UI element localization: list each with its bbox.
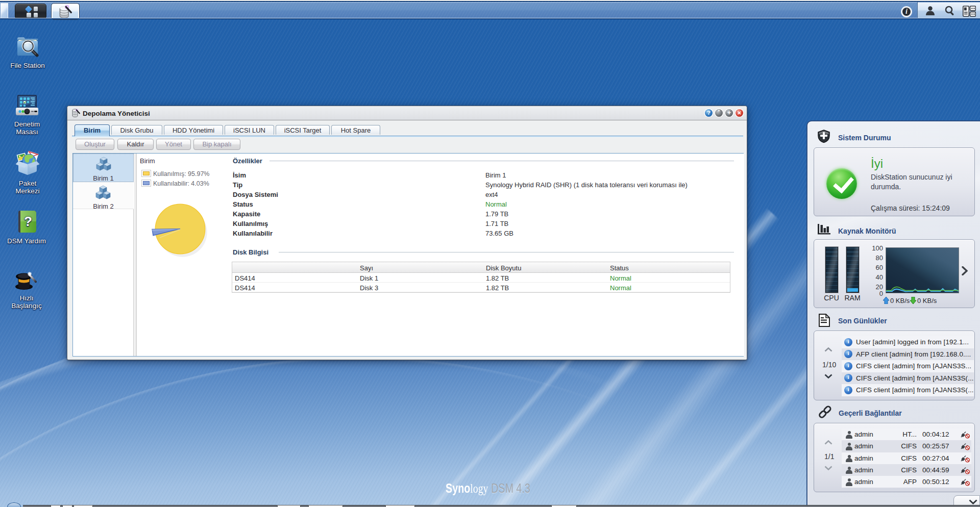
svg-text:?: ? (24, 214, 32, 229)
